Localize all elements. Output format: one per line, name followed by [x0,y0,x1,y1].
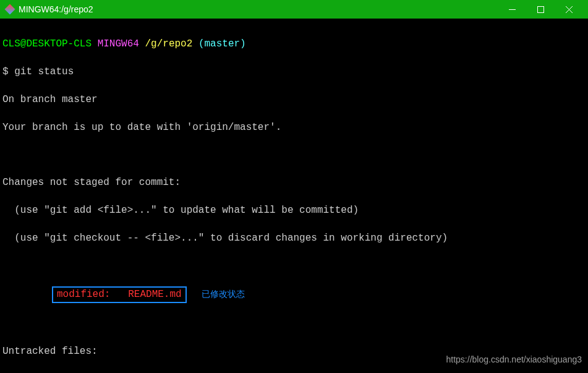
command-line: $ git status [2,65,586,79]
output-line: Your branch is up to date with 'origin/m… [2,121,586,134]
prompt-branch: (master) [198,38,246,49]
output-line: (use "git checkout -- <file>..." to disc… [2,231,586,245]
terminal-output[interactable]: CLS@DESKTOP-CLS MINGW64 /g/repo2 (master… [0,19,588,373]
prompt-user: CLS@DESKTOP-CLS [2,38,92,49]
prompt-line: CLS@DESKTOP-CLS MINGW64 /g/repo2 (master… [2,37,586,51]
output-line: On branch master [2,93,586,106]
window-titlebar: MINGW64:/g/repo2 [0,0,588,19]
modified-file: modified: README.md [57,289,182,300]
prompt-env: MINGW64 [98,38,139,49]
prompt-path: /g/repo2 [145,38,192,49]
annotation-label: 已修改状态 [202,289,245,299]
maximize-button[interactable] [526,0,555,19]
blank-line [2,148,586,162]
watermark-text: https://blog.csdn.net/xiaoshiguang3 [446,354,582,364]
blank-line [2,317,586,330]
app-icon [5,4,15,14]
blank-line [2,259,586,273]
window-title: MINGW64:/g/repo2 [19,4,498,14]
annotation-box: modified: README.md [52,286,187,302]
prompt-symbol: $ [2,66,9,77]
modified-file-line: modified: README.md已修改状态 [2,286,586,302]
svg-rect-1 [537,6,543,12]
minimize-button[interactable] [498,0,526,19]
output-line: Changes not staged for commit: [2,176,586,189]
command-text: git status [9,66,74,77]
output-line: (use "git add <file>..." to update what … [2,204,586,217]
close-button[interactable] [555,0,583,19]
